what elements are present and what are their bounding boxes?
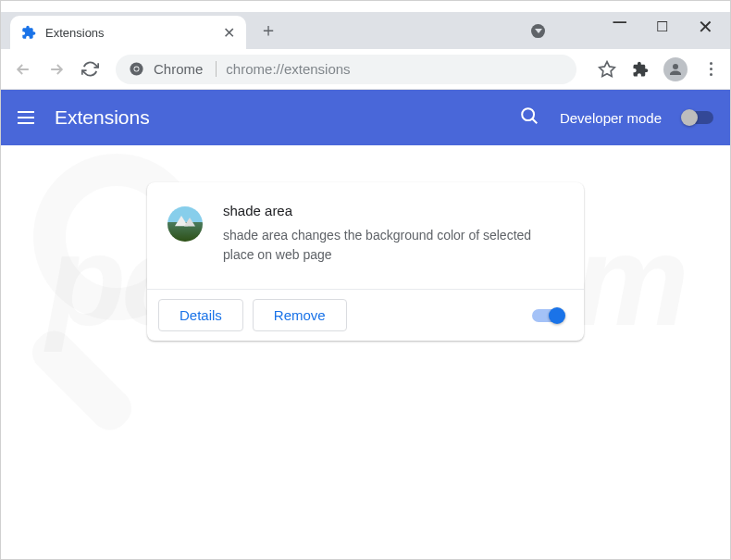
browser-toolbar: Chrome chrome://extensions <box>1 49 730 90</box>
extension-card: shade area shade area changes the backgr… <box>147 182 584 341</box>
tab-title: Extensions <box>45 26 214 40</box>
svg-line-6 <box>532 118 537 123</box>
close-tab-icon[interactable]: ✕ <box>223 24 235 42</box>
developer-mode-toggle[interactable] <box>682 111 713 124</box>
window-controls: – ☐ ✕ <box>613 16 713 38</box>
extension-description: shade area changes the background color … <box>223 226 564 265</box>
media-indicator-icon[interactable] <box>531 24 545 38</box>
extensions-header: Extensions Developer mode <box>1 90 730 145</box>
extension-icon <box>167 206 203 242</box>
url-text: chrome://extensions <box>226 61 350 77</box>
search-icon[interactable] <box>519 106 539 130</box>
svg-point-4 <box>673 64 678 69</box>
svg-point-2 <box>134 67 138 70</box>
back-button[interactable] <box>10 56 36 82</box>
reload-button[interactable] <box>77 56 103 82</box>
svg-marker-3 <box>600 61 615 76</box>
extensions-puzzle-icon[interactable] <box>630 59 650 80</box>
hamburger-menu-icon[interactable] <box>18 111 34 124</box>
forward-button[interactable] <box>43 56 69 82</box>
address-bar[interactable]: Chrome chrome://extensions <box>116 55 576 84</box>
minimize-button[interactable]: – <box>613 6 626 35</box>
content-area: shade area shade area changes the backgr… <box>1 145 730 378</box>
svg-point-5 <box>522 108 534 120</box>
remove-button[interactable]: Remove <box>253 299 347 331</box>
star-icon[interactable] <box>597 59 617 80</box>
profile-avatar[interactable] <box>663 57 688 81</box>
toolbar-actions <box>589 57 721 81</box>
chrome-icon <box>129 61 144 77</box>
extension-enabled-toggle[interactable] <box>532 309 564 322</box>
extension-name: shade area <box>223 203 564 218</box>
page-title: Extensions <box>55 106 150 129</box>
details-button[interactable]: Details <box>158 299 243 331</box>
close-window-button[interactable]: ✕ <box>698 16 713 38</box>
new-tab-button[interactable]: ＋ <box>259 18 278 43</box>
url-scheme-label: Chrome <box>154 61 217 77</box>
browser-tab[interactable]: Extensions ✕ <box>10 16 246 49</box>
puzzle-icon <box>21 25 36 40</box>
maximize-button[interactable]: ☐ <box>656 19 668 35</box>
browser-menu-button[interactable] <box>700 59 721 80</box>
developer-mode-label: Developer mode <box>560 110 662 126</box>
